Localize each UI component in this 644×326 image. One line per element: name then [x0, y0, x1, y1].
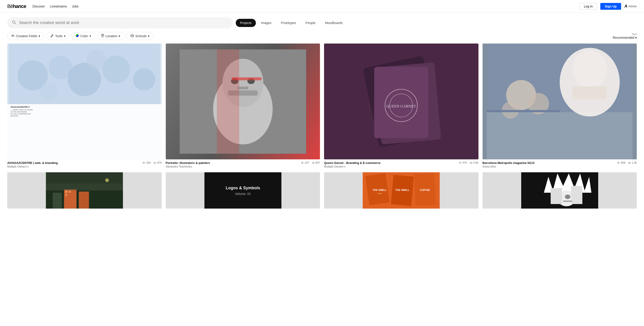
tab-moodboards[interactable]: Moodboards [321, 19, 347, 27]
likes-count-2: 147 [304, 161, 309, 164]
project-thumb-6: Logos & Symbols Volume. 01 [166, 172, 320, 209]
navbar: Bēhance Discover Livestreams Jobs Log In… [0, 0, 644, 13]
svg-point-11 [133, 68, 155, 90]
filter-creative-fields[interactable]: Creative Fields ▾ [7, 32, 44, 40]
likes-count-4: 309 [621, 161, 625, 164]
svg-rect-24 [217, 49, 239, 154]
project-card-1[interactable]: AVIAGAZCENTRE © — MORE THAN 10 YEARSIN T… [7, 44, 162, 168]
filter-color[interactable]: Color ▾ [72, 32, 95, 40]
project-card-6[interactable]: Logos & Symbols Volume. 01 [166, 172, 320, 209]
svg-point-3 [76, 34, 79, 37]
filter-location[interactable]: Location ▾ [97, 32, 124, 40]
svg-text:Logos & Symbols: Logos & Symbols [226, 186, 260, 190]
creative-fields-icon [11, 34, 15, 38]
svg-text:COFFEE: COFFEE [420, 189, 430, 191]
likes-stat-3: 374 [459, 161, 467, 164]
sort-wrap: Sort Recommended ▾ [613, 33, 637, 40]
project-card-7[interactable]: THE SMELL Coffee THE SMELL COFFEE [324, 172, 478, 209]
login-button[interactable]: Log In [580, 3, 597, 10]
tab-images[interactable]: Images [257, 19, 276, 27]
svg-text:Coffee: Coffee [377, 192, 382, 195]
color-label: Color [80, 34, 88, 38]
project-title-row-1: AVIAGAZCENTRE | web. & branding 164 474 [7, 161, 162, 165]
svg-rect-57 [204, 172, 281, 209]
project-card-8[interactable] [482, 172, 637, 209]
search-input[interactable] [19, 17, 228, 28]
project-title-row-3: Queen Garnet - Branding & E-commerce 374… [324, 161, 478, 165]
svg-rect-71 [550, 188, 562, 204]
adobe-icon: A [624, 4, 627, 9]
views-stat-3: 3.6k [470, 161, 478, 164]
svg-text:THE SMELL: THE SMELL [373, 189, 387, 191]
nav-jobs[interactable]: Jobs [72, 5, 78, 8]
logo[interactable]: Bēhance [7, 4, 26, 9]
views-count-2: 837 [316, 161, 320, 164]
tab-people[interactable]: People [302, 19, 320, 27]
sort-label: Sort [632, 33, 637, 36]
filter-tools[interactable]: Tools ▾ [46, 32, 69, 40]
svg-point-12 [40, 83, 57, 100]
project-card-5[interactable] [7, 172, 162, 209]
filter-schools[interactable]: Schools ▾ [126, 32, 153, 40]
likes-stat-4: 309 [617, 161, 625, 164]
views-count-1: 474 [157, 161, 162, 164]
views-count-4: 1.3k [632, 161, 637, 164]
tab-prototypes[interactable]: Prototypes [277, 19, 300, 27]
project-info-3: Queen Garnet - Branding & E-commerce 374… [324, 159, 478, 168]
project-owner-2: Alexandra Tkachenko [166, 165, 320, 168]
color-icon [76, 34, 79, 38]
svg-rect-56 [46, 184, 123, 191]
svg-rect-54 [79, 192, 89, 209]
creative-fields-chevron: ▾ [38, 34, 40, 38]
svg-point-45 [628, 162, 631, 164]
sort-selected: Recommended [613, 36, 634, 40]
svg-point-13 [86, 49, 106, 69]
owner-chevron-3: ▾ [344, 166, 345, 168]
barcelona-visual [482, 44, 637, 159]
queen-visual: QUEEN GARNET [324, 44, 478, 159]
svg-line-2 [14, 35, 14, 37]
color-chevron: ▾ [90, 34, 91, 38]
project-card-2[interactable]: Portraits: illustrators & painters 147 8… [166, 44, 320, 168]
svg-point-26 [313, 162, 314, 163]
nav-livestreams[interactable]: Livestreams [50, 5, 67, 8]
search-icon [12, 20, 16, 26]
project-title-1: AVIAGAZCENTRE | web. & branding [7, 161, 58, 165]
project-thumb-8 [482, 172, 637, 209]
likes-stat-1: 164 [142, 161, 150, 164]
project-title-2: Portraits: illustrators & painters [166, 161, 210, 165]
project-title-4: Barcelona Metropolis magazine N113 [482, 161, 535, 165]
portrait-visual [166, 44, 320, 159]
sort-value[interactable]: Recommended ▾ [613, 36, 637, 40]
navbar-right: Log In Sign Up A Adobe [580, 3, 637, 10]
project-owner-4: Sonia Alins [482, 165, 637, 168]
nav-discover[interactable]: Discover [32, 5, 45, 8]
adobe-logo: A Adobe [624, 4, 637, 9]
avia-visual: AVIAGAZCENTRE © — MORE THAN 10 YEARSIN T… [7, 44, 162, 159]
signup-button[interactable]: Sign Up [600, 3, 621, 10]
creative-fields-label: Creative Fields [16, 34, 37, 38]
project-thumb-2 [166, 44, 320, 159]
svg-rect-40 [572, 86, 607, 99]
project-thumb-7: THE SMELL Coffee THE SMELL COFFEE [324, 172, 478, 209]
svg-rect-37 [486, 112, 632, 159]
project-owner-3: Multiple Owners ▾ [324, 165, 478, 168]
schools-chevron: ▾ [148, 34, 150, 38]
project-thumb-5 [7, 172, 162, 209]
project-info-1: AVIAGAZCENTRE | web. & branding 164 474 … [7, 159, 162, 168]
svg-rect-74 [563, 201, 572, 202]
project-title-row-2: Portraits: illustrators & painters 147 8… [166, 161, 320, 165]
svg-point-34 [470, 162, 472, 164]
schools-icon [130, 34, 134, 38]
project-card-3[interactable]: QUEEN GARNET Queen Garnet - Branding & E… [324, 44, 478, 168]
tab-projects[interactable]: Projects [236, 19, 256, 27]
owner-chevron-1: ▾ [28, 166, 28, 168]
project-info-4: Barcelona Metropolis magazine N113 309 1… [482, 159, 637, 168]
svg-point-10 [102, 56, 130, 83]
svg-point-25 [312, 162, 314, 164]
search-bar [7, 17, 233, 28]
svg-rect-53 [65, 194, 68, 196]
location-icon [101, 34, 104, 38]
svg-rect-49 [53, 193, 62, 209]
project-card-4[interactable]: Barcelona Metropolis magazine N113 309 1… [482, 44, 637, 168]
